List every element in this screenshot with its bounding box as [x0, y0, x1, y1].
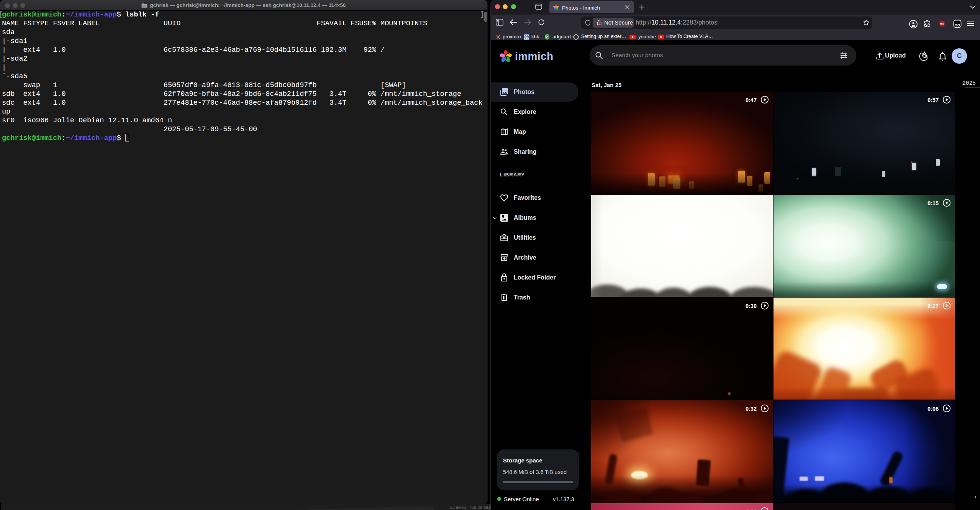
svg-text:uO: uO: [940, 22, 944, 25]
